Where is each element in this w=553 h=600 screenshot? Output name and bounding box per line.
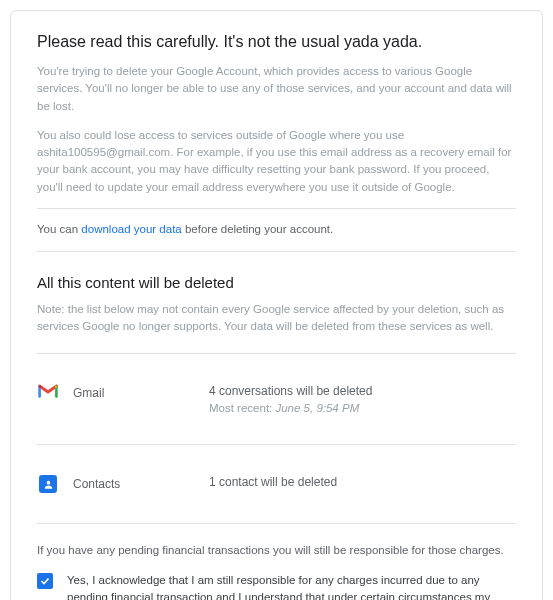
service-name-gmail: Gmail: [59, 384, 209, 400]
divider: [37, 353, 516, 354]
intro-para-2: You also could lose access to services o…: [37, 127, 516, 196]
ack-checkbox-1[interactable]: [37, 573, 53, 589]
divider: [37, 444, 516, 445]
download-suffix: before deleting your account.: [182, 223, 334, 235]
download-data-link[interactable]: download your data: [81, 223, 181, 235]
svg-point-2: [46, 481, 50, 485]
download-row: You can download your data before deleti…: [37, 219, 516, 241]
content-deleted-heading: All this content will be deleted: [37, 274, 516, 291]
download-prefix: You can: [37, 223, 81, 235]
service-name-contacts: Contacts: [59, 475, 209, 491]
contacts-summary: 1 contact will be deleted: [209, 475, 516, 489]
contacts-icon: [37, 475, 59, 493]
intro-para-1: You're trying to delete your Google Acco…: [37, 63, 516, 115]
ack-label-1: Yes, I acknowledge that I am still respo…: [53, 572, 516, 600]
gmail-recent-label: Most recent:: [209, 402, 275, 414]
gmail-recent-value: June 5, 9:54 PM: [275, 402, 359, 414]
ack-row-1: Yes, I acknowledge that I am still respo…: [37, 572, 516, 600]
service-row-gmail: Gmail 4 conversations will be deleted Mo…: [37, 364, 516, 434]
content-deleted-note: Note: the list below may not contain eve…: [37, 301, 516, 336]
divider: [37, 523, 516, 524]
service-row-contacts: Contacts 1 contact will be deleted: [37, 455, 516, 513]
financial-notice: If you have any pending financial transa…: [37, 544, 516, 556]
page-title: Please read this carefully. It's not the…: [37, 33, 516, 51]
gmail-summary: 4 conversations will be deleted: [209, 384, 516, 398]
gmail-icon: [37, 384, 59, 399]
divider: [37, 208, 516, 209]
divider: [37, 251, 516, 252]
delete-account-card: Please read this carefully. It's not the…: [10, 10, 543, 600]
